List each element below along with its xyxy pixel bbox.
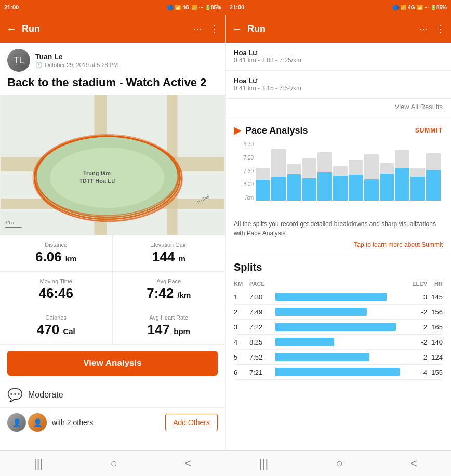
- stat-pace: Avg Pace 7:42 /km: [113, 272, 226, 308]
- splits-col-km-header: KM: [234, 281, 249, 287]
- share-icon-right[interactable]: ⋯: [419, 23, 428, 34]
- splits-row-2: 2 7:49 -2 156: [234, 305, 443, 320]
- avatar: TL: [7, 49, 30, 72]
- more-icon-left[interactable]: ⋮: [209, 23, 219, 34]
- back-button-right[interactable]: ←: [232, 23, 242, 35]
- splits-title: Splits: [234, 261, 443, 273]
- view-analysis-button[interactable]: View Analysis: [7, 351, 218, 376]
- main-content: ← Run ⋯ ⋮ TL Tuan Le 🕐 October 29, 2019 …: [0, 15, 451, 450]
- stat-time-value: 46:46: [7, 285, 105, 301]
- svg-text:Trung tâm: Trung tâm: [83, 170, 111, 176]
- hamburger-icon-left[interactable]: |||: [34, 457, 43, 470]
- pace-bar-5: [317, 141, 332, 201]
- bottom-nav-left: ||| ○ <: [0, 451, 226, 476]
- others-avatars: 👤 👤: [7, 413, 47, 432]
- splits-row-6: 6 7:21 -4 155: [234, 365, 443, 380]
- split-location-1: Hoa Lư: [234, 49, 301, 57]
- pace-bar-2: [271, 141, 286, 201]
- pace-bar-7: [349, 141, 363, 201]
- stat-pace-label: Avg Pace: [120, 278, 218, 284]
- summit-badge: SUMMIT: [415, 127, 443, 134]
- status-bar: 21:00 🔵 📶 4G 📶 ··· 🔋85% 21:00 🔵 📶 4G 📶 ·…: [0, 0, 451, 15]
- pace-bar-6: [333, 141, 348, 201]
- stat-calories-label: Calories: [7, 314, 105, 321]
- svg-text:TDTT Hoa Lư: TDTT Hoa Lư: [79, 178, 115, 184]
- time-right: 21:00: [230, 4, 244, 10]
- effort-icon: 💬: [7, 388, 23, 402]
- share-icon-left[interactable]: ⋯: [193, 23, 202, 34]
- view-all-results[interactable]: View All Results: [226, 99, 451, 117]
- stat-hr-value: 147 bpm: [120, 322, 218, 338]
- tap-summit-link[interactable]: Tap to learn more about Summit: [234, 241, 443, 248]
- activity-title: Back to the stadium - Watch Active 2: [0, 76, 225, 95]
- splits-col-elev-header: ELEV: [406, 281, 427, 287]
- pace-bar-12: [426, 141, 441, 201]
- clock-icon: 🕐: [35, 62, 43, 69]
- status-bar-left: 21:00 🔵 📶 4G 📶 ··· 🔋85%: [0, 0, 226, 15]
- split-location-2: Hoa Lư: [234, 77, 301, 85]
- right-scroll-area[interactable]: Hoa Lư 0.41 km - 3:03 - 7:25/km Hoa Lư 0…: [226, 43, 451, 450]
- home-icon-left[interactable]: ○: [110, 457, 117, 470]
- split-entries: Hoa Lư 0.41 km - 3:03 - 7:25/km Hoa Lư 0…: [226, 43, 451, 99]
- stat-pace-value: 7:42 /km: [120, 285, 218, 301]
- splits-row-1: 1 7:30 3 145: [234, 289, 443, 305]
- nav-bar-right: ← Run ⋯ ⋮: [226, 15, 451, 43]
- pace-bar-9: [380, 141, 394, 201]
- svg-text:10 m: 10 m: [5, 220, 16, 226]
- other-avatar-2: 👤: [28, 413, 47, 432]
- effort-section: 💬 Moderate: [0, 382, 225, 407]
- stat-calories: Calories 470 Cal: [0, 308, 113, 345]
- split-entry-1: Hoa Lư 0.41 km - 3:03 - 7:25/km: [226, 43, 451, 71]
- left-panel: ← Run ⋯ ⋮ TL Tuan Le 🕐 October 29, 2019 …: [0, 15, 226, 450]
- other-avatar-1: 👤: [7, 413, 26, 432]
- stat-calories-value: 470 Cal: [7, 322, 105, 338]
- stat-hr-label: Avg Heart Rate: [120, 314, 218, 321]
- pace-bar-1: [256, 141, 270, 201]
- stat-time: Moving Time 46:46: [0, 272, 113, 308]
- chevron-icon: ▶: [234, 125, 241, 136]
- stat-distance-label: Distance: [7, 242, 105, 248]
- others-text: with 2 others: [52, 418, 160, 427]
- stat-elevation: Elevation Gain 144 m: [113, 235, 226, 272]
- user-info: TL Tuan Le 🕐 October 29, 2019 at 5:28 PM: [0, 43, 225, 76]
- nav-title-left: Run: [22, 23, 193, 34]
- home-icon-right[interactable]: ○: [336, 457, 342, 470]
- stat-time-label: Moving Time: [7, 278, 105, 284]
- stat-elevation-value: 144 m: [120, 249, 218, 265]
- time-left: 21:00: [4, 4, 19, 10]
- bottom-nav-right: ||| ○ <: [226, 451, 451, 476]
- splits-row-4: 4 8:25 -2 140: [234, 335, 443, 350]
- splits-col-pace-header: PACE: [249, 281, 275, 287]
- user-name: Tuan Le: [35, 52, 118, 61]
- stat-distance: Distance 6.06 km: [0, 235, 113, 272]
- back-button-left[interactable]: ←: [6, 23, 17, 35]
- status-icons-left: 🔵 📶 4G 📶 ··· 🔋85%: [167, 5, 221, 10]
- pace-bar-11: [410, 141, 425, 201]
- back-icon-right[interactable]: <: [410, 457, 417, 470]
- splits-col-hr-header: HR: [427, 281, 443, 287]
- effort-label: Moderate: [28, 390, 63, 400]
- stat-elevation-label: Elevation Gain: [120, 242, 218, 248]
- add-others-button[interactable]: Add Others: [165, 414, 218, 431]
- status-icons-right: 🔵 📶 4G 📶 ··· 🔋85%: [392, 5, 447, 10]
- split-detail-1: 0.41 km - 3:03 - 7:25/km: [234, 57, 301, 64]
- pace-analysis-section: ▶ Pace Analysis SUMMIT 6:30 7:00 7:30 8:…: [226, 117, 451, 254]
- pace-bars: [256, 141, 441, 201]
- splits-table: KM PACE ELEV HR 1 7:30 3 145: [234, 279, 443, 380]
- pace-analysis-title: ▶ Pace Analysis: [234, 125, 308, 136]
- pace-bar-8: [364, 141, 379, 201]
- map-area: Trung tâm TDTT Hoa Lư 10 m n Khai: [0, 95, 225, 235]
- pace-bar-4: [302, 141, 316, 201]
- nav-icons-left: ⋯ ⋮: [193, 23, 219, 34]
- pace-analysis-header: ▶ Pace Analysis SUMMIT: [234, 125, 443, 136]
- split-entry-2: Hoa Lư 0.41 km - 3:15 - 7:54/km: [226, 71, 451, 99]
- hamburger-icon-right[interactable]: |||: [259, 457, 268, 470]
- pace-chart: 6:30 7:00 7:30 8:00 /km: [234, 141, 443, 209]
- stat-distance-value: 6.06 km: [7, 249, 105, 265]
- stats-grid: Distance 6.06 km Elevation Gain 144 m Mo…: [0, 235, 225, 345]
- nav-title-right: Run: [247, 23, 419, 34]
- status-bar-right: 21:00 🔵 📶 4G 📶 ··· 🔋85%: [226, 0, 451, 15]
- split-detail-2: 0.41 km - 3:15 - 7:54/km: [234, 85, 301, 92]
- more-icon-right[interactable]: ⋮: [435, 23, 445, 34]
- back-icon-left[interactable]: <: [185, 457, 192, 470]
